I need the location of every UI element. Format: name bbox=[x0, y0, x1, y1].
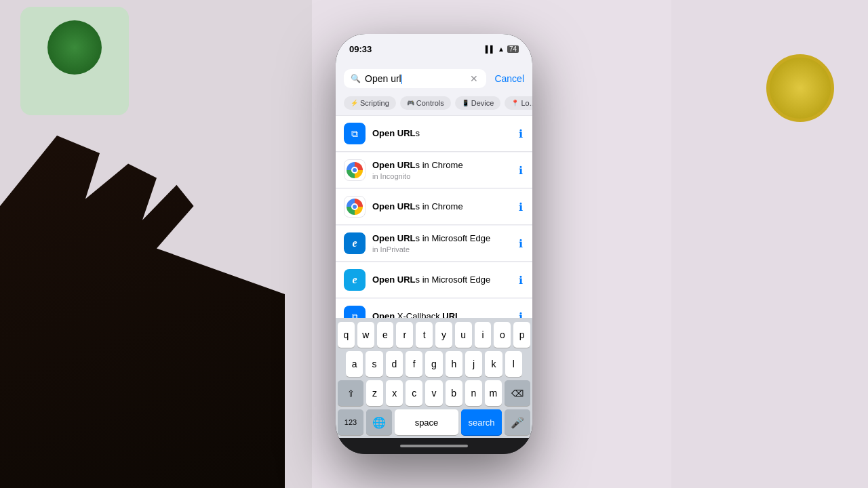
key-delete[interactable]: ⌫ bbox=[505, 380, 530, 406]
key-emoji[interactable]: 🌐 bbox=[366, 409, 392, 435]
key-shift[interactable]: ⇧ bbox=[338, 380, 363, 406]
result-item-chrome-incognito[interactable]: Open URLs in Chrome in Incognito ℹ bbox=[336, 152, 532, 188]
shortcuts-icon: ⧉ bbox=[344, 123, 366, 144]
key-b[interactable]: b bbox=[446, 380, 462, 406]
result-info-button-6[interactable]: ℹ bbox=[517, 309, 524, 318]
result-subtitle-edge-inprivate: in InPrivate bbox=[372, 245, 511, 253]
xcallback-icon: ⧉ bbox=[344, 306, 366, 318]
key-s[interactable]: s bbox=[366, 351, 382, 377]
search-bar[interactable]: 🔍 Open url ✕ bbox=[344, 69, 486, 88]
result-text-edge: Open URLs in Microsoft Edge bbox=[372, 274, 511, 286]
result-item-chrome[interactable]: Open URLs in Chrome ℹ bbox=[336, 189, 532, 225]
result-text-chrome-incognito: Open URLs in Chrome in Incognito bbox=[372, 160, 511, 180]
key-i[interactable]: i bbox=[475, 322, 492, 348]
key-k[interactable]: k bbox=[485, 351, 502, 377]
chip-device-label: Device bbox=[471, 99, 494, 107]
result-rest: s bbox=[416, 128, 420, 138]
chip-scripting[interactable]: ⚡ Scripting bbox=[344, 96, 396, 110]
battery-icon: 74 bbox=[507, 45, 519, 53]
clock-decoration bbox=[766, 54, 834, 122]
location-icon: 📍 bbox=[511, 100, 519, 106]
keyboard-bottom-row: 123 🌐 space search 🎤 bbox=[338, 409, 530, 435]
chip-controls[interactable]: 🎮 Controls bbox=[400, 96, 451, 110]
keyboard: q w e r t y u i o p a s d f g h j k l ⇧ … bbox=[336, 318, 532, 438]
search-cancel-button[interactable]: Cancel bbox=[490, 73, 524, 84]
result-rest-5: s in Microsoft Edge bbox=[416, 274, 491, 285]
device-icon: 📱 bbox=[462, 100, 469, 106]
key-search[interactable]: search bbox=[461, 409, 502, 435]
key-x[interactable]: x bbox=[386, 380, 403, 406]
result-info-button-2[interactable]: ℹ bbox=[517, 163, 524, 178]
keyboard-row-1: q w e r t y u i o p bbox=[338, 322, 530, 348]
chip-location-label: Lo... bbox=[521, 99, 532, 107]
result-rest-2: s in Chrome bbox=[416, 160, 463, 170]
result-title-edge-inprivate: Open URLs in Microsoft Edge bbox=[372, 233, 511, 245]
result-bold-2: Open URL bbox=[372, 160, 416, 170]
key-j[interactable]: j bbox=[465, 351, 482, 377]
edge-icon-2: e bbox=[344, 269, 366, 291]
result-title-edge: Open URLs in Microsoft Edge bbox=[372, 274, 511, 286]
key-z[interactable]: z bbox=[366, 380, 383, 406]
wifi-icon: ▲ bbox=[498, 45, 505, 53]
key-m[interactable]: m bbox=[485, 380, 502, 406]
chip-controls-label: Controls bbox=[416, 99, 444, 107]
text-cursor bbox=[401, 75, 402, 84]
key-f[interactable]: f bbox=[406, 351, 422, 377]
key-r[interactable]: r bbox=[396, 322, 413, 348]
key-d[interactable]: d bbox=[386, 351, 403, 377]
result-bold-6: Open bbox=[372, 311, 395, 318]
key-y[interactable]: y bbox=[435, 322, 452, 348]
result-info-button-4[interactable]: ℹ bbox=[517, 236, 524, 251]
filter-chips-bar: ⚡ Scripting 🎮 Controls 📱 Device 📍 Lo... bbox=[336, 94, 532, 115]
chip-location[interactable]: 📍 Lo... bbox=[505, 96, 532, 110]
key-q[interactable]: q bbox=[338, 322, 355, 348]
result-text-chrome: Open URLs in Chrome bbox=[372, 201, 511, 213]
result-item-edge[interactable]: e Open URLs in Microsoft Edge ℹ bbox=[336, 262, 532, 298]
key-microphone[interactable]: 🎤 bbox=[505, 409, 530, 435]
result-item-open-urls[interactable]: ⧉ Open URLs ℹ bbox=[336, 115, 532, 152]
shortcuts-symbol: ⧉ bbox=[351, 128, 358, 140]
key-u[interactable]: u bbox=[455, 322, 472, 348]
chrome-icon-2 bbox=[344, 196, 366, 218]
key-g[interactable]: g bbox=[425, 351, 442, 377]
key-e[interactable]: e bbox=[377, 322, 394, 348]
key-a[interactable]: a bbox=[346, 351, 363, 377]
result-text-xcallback: Open X-Callback URL bbox=[372, 311, 511, 318]
key-n[interactable]: n bbox=[465, 380, 482, 406]
plant-decoration bbox=[7, 0, 142, 142]
keyboard-row-2: a s d f g h j k l bbox=[338, 351, 530, 377]
result-title-open-urls: Open URLs bbox=[372, 128, 511, 140]
key-123[interactable]: 123 bbox=[338, 409, 363, 435]
key-v[interactable]: v bbox=[425, 380, 442, 406]
result-info-button-3[interactable]: ℹ bbox=[517, 199, 524, 215]
scripting-icon: ⚡ bbox=[351, 100, 358, 106]
key-w[interactable]: w bbox=[357, 322, 374, 348]
result-rest-4: s in Microsoft Edge bbox=[416, 233, 491, 243]
chip-device[interactable]: 📱 Device bbox=[455, 96, 501, 110]
result-info-button-1[interactable]: ℹ bbox=[517, 126, 524, 142]
search-clear-button[interactable]: ✕ bbox=[469, 73, 479, 84]
search-input[interactable]: Open url bbox=[365, 73, 465, 84]
key-p[interactable]: p bbox=[513, 322, 530, 348]
results-list: ⧉ Open URLs ℹ Open URLs in Chrome in Inc… bbox=[336, 115, 532, 318]
result-info-button-5[interactable]: ℹ bbox=[517, 272, 524, 288]
result-text-edge-inprivate: Open URLs in Microsoft Edge in InPrivate bbox=[372, 233, 511, 253]
xcallback-symbol: ⧉ bbox=[352, 312, 358, 318]
result-bold-4: Open URL bbox=[372, 233, 416, 243]
status-bar: 09:33 ▌▌ ▲ 74 bbox=[336, 34, 532, 64]
home-indicator bbox=[336, 438, 532, 454]
chrome-icon bbox=[344, 159, 366, 181]
result-bold: Open URL bbox=[372, 128, 416, 138]
result-item-xcallback[interactable]: ⧉ Open X-Callback URL ℹ bbox=[336, 299, 532, 318]
key-t[interactable]: t bbox=[416, 322, 433, 348]
key-h[interactable]: h bbox=[446, 351, 462, 377]
key-l[interactable]: l bbox=[505, 351, 522, 377]
result-rest-3: s in Chrome bbox=[416, 201, 463, 211]
result-item-edge-inprivate[interactable]: e Open URLs in Microsoft Edge in InPriva… bbox=[336, 226, 532, 262]
key-o[interactable]: o bbox=[494, 322, 511, 348]
key-c[interactable]: c bbox=[406, 380, 422, 406]
key-space[interactable]: space bbox=[395, 409, 458, 435]
result-title-chrome: Open URLs in Chrome bbox=[372, 201, 511, 213]
status-icons: ▌▌ ▲ 74 bbox=[486, 45, 519, 53]
result-title-chrome-incognito: Open URLs in Chrome bbox=[372, 160, 511, 171]
